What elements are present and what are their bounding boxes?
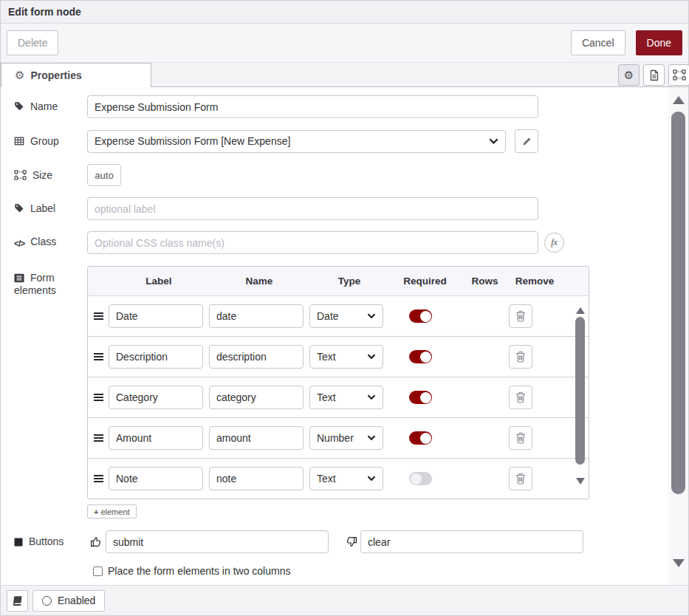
form-element-row: Text (88, 377, 589, 418)
group-label: Group (7, 135, 87, 148)
buttons-row: Buttons (7, 530, 668, 553)
clear-button-label-input[interactable] (360, 530, 583, 553)
element-label-input[interactable] (109, 467, 203, 490)
thumbs-up-icon (90, 535, 103, 548)
enabled-label: Enabled (58, 595, 95, 606)
element-name-input[interactable] (209, 345, 304, 369)
element-name-input[interactable] (209, 304, 304, 328)
class-row: </> Class fx (7, 231, 668, 254)
size-row: Size auto (7, 164, 668, 186)
element-name-input[interactable] (209, 426, 304, 450)
required-toggle[interactable] (409, 391, 432, 404)
form-element-row: Number (88, 418, 589, 459)
drag-handle[interactable] (94, 434, 103, 442)
size-label: Size (7, 169, 87, 182)
node-description-button[interactable] (643, 64, 665, 86)
tab-properties[interactable]: ⚙ Properties (1, 63, 151, 87)
required-toggle[interactable] (409, 472, 432, 485)
label-label: Label (7, 202, 87, 215)
form-element-row: Text (88, 459, 589, 499)
two-columns-checkbox[interactable] (93, 567, 103, 576)
chevron-down-icon (367, 435, 376, 441)
element-label-input[interactable] (109, 426, 203, 450)
two-columns-row: Place the form elements in two columns (93, 565, 668, 577)
chevron-down-icon (367, 354, 376, 360)
form-elements-table-body: Date Text (88, 296, 589, 499)
two-columns-label: Place the form elements in two columns (108, 565, 290, 577)
class-dynamic-button[interactable]: fx (544, 233, 564, 253)
main-scrollbar[interactable] (668, 87, 688, 585)
element-type-select[interactable]: Text (309, 345, 383, 369)
book-icon (12, 595, 23, 606)
element-type-select[interactable]: Text (309, 386, 383, 409)
required-toggle[interactable] (409, 350, 432, 363)
node-help-button[interactable] (7, 590, 28, 612)
tag-icon (14, 203, 24, 213)
list-alt-icon (14, 273, 24, 283)
delete-button[interactable]: Delete (7, 30, 58, 55)
element-label-input[interactable] (109, 345, 203, 369)
delete-element-button[interactable] (509, 345, 532, 369)
enabled-toggle-button[interactable]: Enabled (32, 590, 105, 612)
name-row: Name (7, 95, 668, 118)
class-input[interactable] (87, 231, 538, 254)
element-name-input[interactable] (209, 386, 304, 409)
group-select-value: Expense Submission Form [New Expense] (95, 135, 290, 147)
column-header-name: Name (209, 276, 309, 287)
main-scrollbar-thumb[interactable] (671, 112, 685, 494)
tab-bar: ⚙ Properties ⚙ (1, 63, 688, 87)
drag-handle[interactable] (94, 312, 103, 320)
cancel-button[interactable]: Cancel (571, 30, 625, 55)
element-label-input[interactable] (109, 304, 203, 328)
table-icon (14, 136, 24, 146)
edit-group-button[interactable] (515, 129, 538, 153)
required-toggle[interactable] (409, 431, 432, 445)
column-header-type: Type (309, 276, 389, 287)
trash-icon (515, 473, 526, 485)
element-type-select[interactable]: Text (309, 467, 383, 490)
scroll-down-arrow-icon[interactable] (576, 478, 585, 485)
table-scrollbar[interactable] (575, 296, 586, 499)
scroll-up-arrow-icon[interactable] (576, 307, 585, 314)
form-elements-label: Form elements (7, 266, 87, 297)
submit-button-label-input[interactable] (106, 530, 329, 553)
delete-element-button[interactable] (509, 426, 532, 450)
element-name-input[interactable] (209, 467, 304, 490)
chevron-down-icon (367, 313, 376, 319)
column-header-rows: Rows (461, 276, 509, 287)
node-properties-button[interactable]: ⚙ (618, 64, 640, 86)
group-row: Group Expense Submission Form [New Expen… (7, 129, 668, 153)
properties-panel: Name Group Expense Submission Form [New … (1, 87, 688, 585)
element-type-select[interactable]: Date (309, 304, 383, 328)
delete-element-button[interactable] (509, 304, 532, 328)
drag-handle[interactable] (94, 353, 103, 360)
code-icon: </> (14, 239, 24, 249)
add-element-button[interactable]: +element (87, 504, 137, 519)
form-elements-table-header: Label Name Type Required Rows Remove (88, 267, 589, 296)
required-toggle[interactable] (409, 309, 432, 323)
element-label-input[interactable] (109, 386, 203, 409)
edit-form-node-dialog: Edit form node Delete Cancel Done ⚙ Prop… (0, 0, 689, 616)
drag-handle[interactable] (94, 394, 103, 401)
column-header-remove: Remove (509, 276, 561, 287)
dialog-footer: Enabled (1, 585, 688, 615)
form-elements-table: Label Name Type Required Rows Remove (87, 266, 589, 499)
label-input[interactable] (87, 197, 538, 220)
node-appearance-button[interactable] (668, 64, 689, 86)
element-type-select[interactable]: Number (309, 426, 383, 450)
form-elements-row: Form elements Label Name Type Required R… (7, 266, 668, 519)
form-element-row: Date (88, 296, 589, 337)
scroll-up-arrow-icon[interactable] (673, 96, 685, 104)
buttons-label: Buttons (7, 535, 87, 548)
scroll-down-arrow-icon[interactable] (673, 559, 685, 567)
size-button[interactable]: auto (87, 164, 121, 186)
tag-icon (14, 101, 24, 112)
group-select[interactable]: Expense Submission Form [New Expense] (87, 130, 506, 153)
table-scrollbar-thumb[interactable] (575, 317, 585, 465)
dialog-header: Edit form node (1, 1, 688, 24)
name-input[interactable] (87, 95, 538, 118)
delete-element-button[interactable] (509, 467, 532, 490)
drag-handle[interactable] (94, 475, 103, 482)
done-button[interactable]: Done (636, 30, 682, 55)
delete-element-button[interactable] (509, 386, 532, 409)
